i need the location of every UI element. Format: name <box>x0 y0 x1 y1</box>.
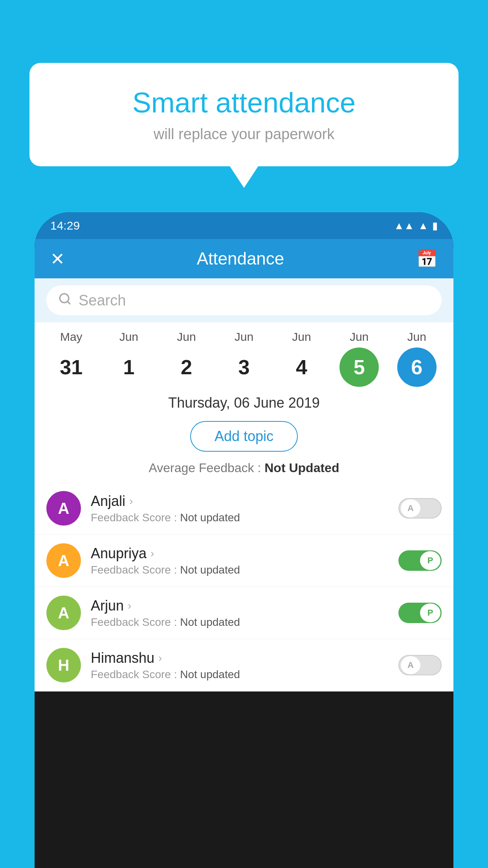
student-avatar: A <box>46 543 81 578</box>
student-info[interactable]: Anupriya ›Feedback Score : Not updated <box>91 545 389 576</box>
student-name: Arjun › <box>91 598 389 614</box>
status-time: 14:29 <box>50 219 80 232</box>
calendar-day-3[interactable]: Jun3 <box>218 330 270 387</box>
chevron-icon: › <box>129 495 133 508</box>
battery-icon: ▮ <box>432 220 438 232</box>
avg-feedback: Average Feedback : Not Updated <box>35 459 453 482</box>
student-info[interactable]: Arjun ›Feedback Score : Not updated <box>91 598 389 629</box>
wifi-icon: ▲▲ <box>394 220 414 232</box>
student-avatar: A <box>46 491 81 526</box>
speech-bubble-subtitle: will replace your paperwork <box>61 126 427 143</box>
calendar-strip: May31Jun1Jun2Jun3Jun4Jun5Jun6 <box>35 322 453 387</box>
student-avatar: H <box>46 648 81 682</box>
student-name: Anupriya › <box>91 545 389 562</box>
student-name: Himanshu › <box>91 650 389 666</box>
month-label: Jun <box>334 330 385 344</box>
toggle-knob: A <box>400 656 421 675</box>
chevron-icon: › <box>128 600 131 612</box>
add-topic-button[interactable]: Add topic <box>190 421 298 452</box>
month-label: Jun <box>218 330 270 344</box>
student-item-2: AArjun ›Feedback Score : Not updatedP <box>35 587 453 639</box>
status-bar: 14:29 ▲▲ ▲ ▮ <box>35 212 453 239</box>
month-label: May <box>46 330 97 344</box>
calendar-day-2[interactable]: Jun2 <box>161 330 212 387</box>
speech-bubble: Smart attendance will replace your paper… <box>29 63 459 166</box>
student-feedback: Feedback Score : Not updated <box>91 564 389 576</box>
month-label: Jun <box>161 330 212 344</box>
attendance-toggle-2[interactable]: P <box>398 603 442 623</box>
selected-date: Thursday, 06 June 2019 <box>35 387 453 417</box>
avg-feedback-label: Average Feedback : <box>149 461 265 475</box>
day-number: 1 <box>109 348 149 387</box>
day-number: 3 <box>224 348 264 387</box>
calendar-day-0[interactable]: May31 <box>46 330 97 387</box>
toggle-knob: P <box>420 603 440 622</box>
attendance-toggle-3[interactable]: A <box>398 655 442 675</box>
chevron-icon: › <box>150 547 154 560</box>
calendar-day-4[interactable]: Jun4 <box>276 330 327 387</box>
student-feedback: Feedback Score : Not updated <box>91 511 389 524</box>
close-button[interactable]: ✕ <box>50 249 65 269</box>
svg-line-1 <box>68 301 70 303</box>
app-header: ✕ Attendance 📅 <box>35 239 453 278</box>
student-name: Anjali › <box>91 493 389 509</box>
phone-frame: 14:29 ▲▲ ▲ ▮ ✕ Attendance 📅 Search <box>35 212 453 868</box>
calendar-day-5[interactable]: Jun5 <box>334 330 385 387</box>
attendance-toggle-1[interactable]: P <box>398 550 442 571</box>
add-topic-container: Add topic <box>35 417 453 459</box>
month-label: Jun <box>391 330 442 344</box>
calendar-day-1[interactable]: Jun1 <box>103 330 154 387</box>
speech-bubble-title: Smart attendance <box>61 86 427 119</box>
student-item-3: HHimanshu ›Feedback Score : Not updatedA <box>35 639 453 691</box>
phone-screen: Search May31Jun1Jun2Jun3Jun4Jun5Jun6 Thu… <box>35 278 453 691</box>
search-icon <box>58 292 72 309</box>
student-list: AAnjali ›Feedback Score : Not updatedAAA… <box>35 482 453 691</box>
student-item-0: AAnjali ›Feedback Score : Not updatedA <box>35 482 453 535</box>
student-feedback: Feedback Score : Not updated <box>91 616 389 629</box>
search-bar[interactable]: Search <box>46 285 442 315</box>
student-info[interactable]: Anjali ›Feedback Score : Not updated <box>91 493 389 524</box>
calendar-day-6[interactable]: Jun6 <box>391 330 442 387</box>
day-number: 6 <box>397 348 437 387</box>
speech-bubble-container: Smart attendance will replace your paper… <box>29 63 459 166</box>
month-label: Jun <box>276 330 327 344</box>
calendar-months: May31Jun1Jun2Jun3Jun4Jun5Jun6 <box>35 330 453 387</box>
attendance-toggle-0[interactable]: A <box>398 498 442 519</box>
student-info[interactable]: Himanshu ›Feedback Score : Not updated <box>91 650 389 681</box>
day-number: 5 <box>339 348 379 387</box>
student-avatar: A <box>46 596 81 630</box>
chevron-icon: › <box>158 652 162 664</box>
search-placeholder: Search <box>79 292 126 309</box>
day-number: 31 <box>51 348 91 387</box>
month-label: Jun <box>103 330 154 344</box>
app-title: Attendance <box>197 249 284 268</box>
student-feedback: Feedback Score : Not updated <box>91 668 389 681</box>
student-item-1: AAnupriya ›Feedback Score : Not updatedP <box>35 535 453 587</box>
avg-feedback-value: Not Updated <box>264 461 339 475</box>
toggle-knob: P <box>420 551 440 570</box>
day-number: 4 <box>282 348 321 387</box>
toggle-knob: A <box>400 499 421 518</box>
search-bar-container: Search <box>35 278 453 322</box>
status-icons: ▲▲ ▲ ▮ <box>394 220 438 232</box>
calendar-button[interactable]: 📅 <box>416 248 438 269</box>
signal-icon: ▲ <box>418 220 428 232</box>
day-number: 2 <box>167 348 206 387</box>
